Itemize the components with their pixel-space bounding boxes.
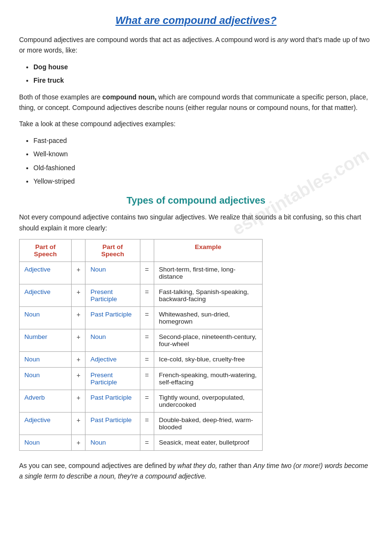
section-2-title: Types of compound adjectives <box>19 195 373 206</box>
table-header-pos2: Part of Speech <box>85 239 140 262</box>
list-item: Fast-paced <box>33 135 373 146</box>
footer-para: As you can see, compound adjectives are … <box>19 460 373 482</box>
bullets-1: Dog house Fire truck <box>33 62 373 86</box>
table-cell-pos2: Past Participle <box>85 307 140 329</box>
table-cell-pos2: Present Participle <box>85 368 140 390</box>
table-cell-connector: + <box>72 284 85 307</box>
table-cell-eq: = <box>140 329 154 352</box>
list-item: Yellow-striped <box>33 176 373 186</box>
intro-text-2a: Both of those examples are <box>19 93 102 101</box>
table-row: Number+Noun=Second-place, nineteenth-cen… <box>20 329 263 352</box>
table-cell-example: Second-place, nineteenth-century, four-w… <box>154 329 262 352</box>
table-cell-connector: + <box>72 368 85 390</box>
table-cell-connector: + <box>72 390 85 413</box>
table-cell-eq: = <box>140 435 154 451</box>
table-cell-connector: + <box>72 352 85 368</box>
table-cell-eq: = <box>140 284 154 307</box>
table-cell-pos1: Noun <box>20 307 72 329</box>
intro-para-3: Take a look at these compound adjectives… <box>19 119 373 129</box>
table-cell-example: Seasick, meat eater, bulletproof <box>154 435 262 451</box>
table-cell-eq: = <box>140 262 154 284</box>
intro-para-1: Compound adjectives are compound words t… <box>19 34 373 56</box>
table-cell-pos1: Number <box>20 329 72 352</box>
table-row: Adjective+Noun=Short-term, first-time, l… <box>20 262 263 284</box>
table-cell-eq: = <box>140 413 154 435</box>
list-item: Old-fashioned <box>33 163 373 173</box>
table-cell-pos1: Noun <box>20 435 72 451</box>
table-cell-pos2: Noun <box>85 262 140 284</box>
bullets-2: Fast-paced Well-known Old-fashioned Yell… <box>33 135 373 187</box>
table-cell-pos1: Adjective <box>20 262 72 284</box>
table-cell-example: Short-term, first-time, long-distance <box>154 262 262 284</box>
table-header-eq <box>140 239 154 262</box>
table-cell-pos2: Noun <box>85 329 140 352</box>
table-cell-example: French-speaking, mouth-watering, self-ef… <box>154 368 262 390</box>
table-cell-pos2: Past Participle <box>85 390 140 413</box>
table-cell-connector: + <box>72 262 85 284</box>
table-row: Noun+Past Participle=Whitewashed, sun-dr… <box>20 307 263 329</box>
intro-italic: any <box>277 36 288 44</box>
table-cell-pos2: Adjective <box>85 352 140 368</box>
intro-text-1: Compound adjectives are compound words t… <box>19 36 277 44</box>
section-2-intro: Not every compound adjective contains tw… <box>19 212 373 233</box>
table-row: Noun+Present Participle=French-speaking,… <box>20 368 263 390</box>
intro-bold: compound noun, <box>102 93 157 101</box>
compound-adjectives-table: Part of Speech Part of Speech Example Ad… <box>19 239 263 451</box>
table-row: Noun+Adjective=Ice-cold, sky-blue, cruel… <box>20 352 263 368</box>
table-cell-pos1: Noun <box>20 352 72 368</box>
table-cell-eq: = <box>140 307 154 329</box>
table-cell-example: Fast-talking, Spanish-speaking, backward… <box>154 284 262 307</box>
table-header-example: Example <box>154 239 262 262</box>
footer-text-start: As you can see, compound adjectives are … <box>19 462 178 469</box>
table-cell-eq: = <box>140 368 154 390</box>
page-title: What are compound adjectives? <box>19 14 373 27</box>
table-cell-pos1: Adjective <box>20 284 72 307</box>
table-cell-example: Double-baked, deep-fried, warm-blooded <box>154 413 262 435</box>
table-cell-connector: + <box>72 413 85 435</box>
list-item: Dog house <box>33 62 373 72</box>
table-row: Adjective+Present Participle=Fast-talkin… <box>20 284 263 307</box>
table-cell-eq: = <box>140 352 154 368</box>
table-header-connector <box>72 239 85 262</box>
intro-para-2: Both of those examples are compound noun… <box>19 92 373 113</box>
table-cell-pos2: Present Participle <box>85 284 140 307</box>
table-cell-example: Tightly wound, overpopulated, undercooke… <box>154 390 262 413</box>
table-cell-eq: = <box>140 390 154 413</box>
table-cell-example: Ice-cold, sky-blue, cruelty-free <box>154 352 262 368</box>
table-cell-pos1: Noun <box>20 368 72 390</box>
table-header-pos1: Part of Speech <box>20 239 72 262</box>
table-cell-pos1: Adverb <box>20 390 72 413</box>
table-cell-pos1: Adjective <box>20 413 72 435</box>
table-cell-pos2: Noun <box>85 435 140 451</box>
list-item: Well-known <box>33 149 373 159</box>
footer-text-mid: rather than <box>217 462 254 469</box>
table-row: Adverb+Past Participle=Tightly wound, ov… <box>20 390 263 413</box>
table-cell-example: Whitewashed, sun-dried, homegrown <box>154 307 262 329</box>
list-item: Fire truck <box>33 75 373 86</box>
table-row: Noun+Noun=Seasick, meat eater, bulletpro… <box>20 435 263 451</box>
table-cell-connector: + <box>72 329 85 352</box>
table-cell-connector: + <box>72 307 85 329</box>
table-cell-connector: + <box>72 435 85 451</box>
table-row: Adjective+Past Participle=Double-baked, … <box>20 413 263 435</box>
footer-italic-1: what they do, <box>178 462 217 469</box>
table-cell-pos2: Past Participle <box>85 413 140 435</box>
